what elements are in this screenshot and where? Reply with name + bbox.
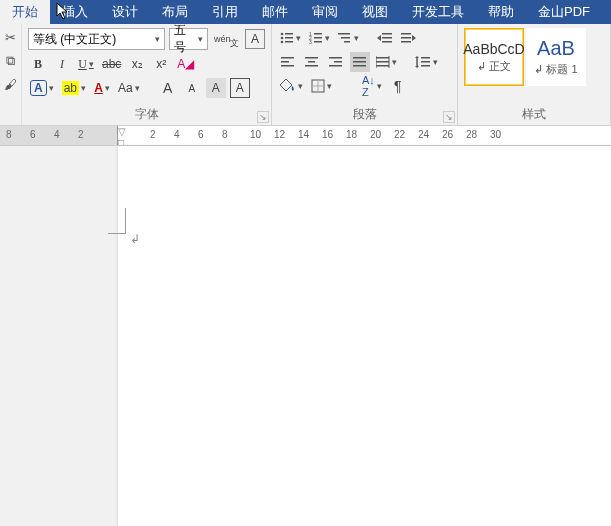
enclose-char-button[interactable]: A — [230, 78, 250, 98]
ribbon-tabs: 开始 插入 设计 布局 引用 邮件 审阅 视图 开发工具 帮助 金山PDF — [0, 0, 611, 24]
svg-rect-7 — [314, 33, 322, 35]
phonetic-guide-button[interactable]: wén文 — [212, 29, 241, 49]
tab-devtools[interactable]: 开发工具 — [400, 0, 476, 24]
svg-rect-24 — [305, 57, 318, 59]
decrease-indent-button[interactable] — [375, 28, 395, 48]
svg-rect-12 — [338, 33, 350, 35]
document-page[interactable] — [118, 146, 611, 526]
style-heading1[interactable]: AaB ↲ 标题 1 — [526, 28, 586, 86]
ruler-tick: 22 — [394, 129, 405, 140]
ruler-tick: 16 — [322, 129, 333, 140]
borders-button[interactable] — [309, 76, 334, 96]
copy-icon[interactable]: ⧉ — [6, 53, 15, 69]
ruler-tick: 2 — [150, 129, 156, 140]
svg-rect-18 — [401, 33, 411, 35]
format-painter-icon[interactable]: 🖌 — [4, 77, 17, 92]
char-shading-button[interactable]: A — [206, 78, 226, 98]
superscript-button[interactable]: x² — [151, 54, 171, 74]
justify-button[interactable] — [350, 52, 370, 72]
svg-rect-29 — [329, 65, 342, 67]
ruler-tick: 12 — [274, 129, 285, 140]
svg-rect-39 — [421, 65, 430, 67]
tab-review[interactable]: 审阅 — [300, 0, 350, 24]
ruler-tick: 14 — [298, 129, 309, 140]
ruler-tick: 6 — [30, 129, 36, 140]
ruler-tick: 6 — [198, 129, 204, 140]
svg-rect-42 — [318, 80, 319, 92]
bullets-button[interactable] — [278, 28, 303, 48]
tab-home[interactable]: 开始 — [0, 0, 50, 24]
svg-rect-9 — [314, 37, 322, 39]
svg-rect-16 — [382, 37, 392, 39]
shrink-font-button[interactable]: A — [182, 78, 202, 98]
distributed-button[interactable] — [374, 52, 399, 72]
font-dialog-launcher[interactable]: ↘ — [257, 111, 269, 123]
align-left-button[interactable] — [278, 52, 298, 72]
font-name-combo[interactable]: 等线 (中文正文) — [28, 28, 165, 50]
sort-button[interactable]: A↓Z — [360, 76, 384, 96]
svg-rect-26 — [305, 65, 318, 67]
change-case-button[interactable]: Aa — [116, 78, 142, 98]
tab-layout[interactable]: 布局 — [150, 0, 200, 24]
line-spacing-button[interactable] — [413, 52, 440, 72]
horizontal-ruler[interactable]: ▽□ 864224681012141618202224262830 — [0, 126, 611, 146]
char-border-toggle[interactable]: A — [245, 29, 265, 49]
clear-format-button[interactable]: A◢ — [175, 54, 196, 74]
svg-rect-27 — [329, 57, 342, 59]
highlight-button[interactable]: ab — [60, 78, 88, 98]
ruler-tick: 8 — [222, 129, 228, 140]
ruler-tick: 18 — [346, 129, 357, 140]
italic-button[interactable]: I — [52, 54, 72, 74]
ruler-tick: 20 — [370, 129, 381, 140]
tab-references[interactable]: 引用 — [200, 0, 250, 24]
svg-rect-3 — [285, 37, 293, 39]
text-effects-button[interactable]: A — [28, 78, 56, 98]
cut-icon[interactable]: ✂ — [5, 30, 16, 45]
tab-design[interactable]: 设计 — [100, 0, 150, 24]
numbering-button[interactable]: 123 — [307, 28, 332, 48]
svg-point-2 — [281, 37, 284, 40]
ribbon: ✂ ⧉ 🖌 等线 (中文正文) 五号 wén文 A B I U abc x₂ x… — [0, 24, 611, 126]
tab-mail[interactable]: 邮件 — [250, 0, 300, 24]
bold-button[interactable]: B — [28, 54, 48, 74]
svg-rect-35 — [376, 65, 389, 67]
svg-rect-13 — [341, 37, 350, 39]
svg-rect-22 — [281, 61, 289, 63]
underline-button[interactable]: U — [76, 54, 96, 74]
increase-indent-button[interactable] — [399, 28, 419, 48]
ruler-tick: 2 — [78, 129, 84, 140]
styles-group-label: 样式 — [464, 104, 604, 123]
style-normal[interactable]: AaBbCcD ↲ 正文 — [464, 28, 524, 86]
align-right-button[interactable] — [326, 52, 346, 72]
subscript-button[interactable]: x₂ — [127, 54, 147, 74]
tab-kingsoft-pdf[interactable]: 金山PDF — [526, 0, 602, 24]
paragraph-dialog-launcher[interactable]: ↘ — [443, 111, 455, 123]
strikethrough-button[interactable]: abc — [100, 54, 123, 74]
tab-view[interactable]: 视图 — [350, 0, 400, 24]
svg-rect-14 — [344, 41, 350, 43]
mouse-cursor-icon — [56, 2, 70, 20]
paragraph-group-label: 段落 — [278, 104, 451, 123]
svg-point-0 — [281, 33, 284, 36]
ruler-tick: 30 — [490, 129, 501, 140]
multilevel-list-button[interactable] — [336, 28, 361, 48]
font-size-combo[interactable]: 五号 — [169, 28, 208, 50]
svg-rect-20 — [401, 41, 411, 43]
ruler-tick: 26 — [442, 129, 453, 140]
font-group-label: 字体 — [28, 104, 265, 123]
ruler-tick: 10 — [250, 129, 261, 140]
show-marks-button[interactable]: ¶ — [388, 76, 408, 96]
ruler-tick: 4 — [174, 129, 180, 140]
svg-rect-33 — [376, 57, 389, 59]
svg-point-4 — [281, 41, 284, 44]
grow-font-button[interactable]: A — [158, 78, 178, 98]
font-color-button[interactable]: A — [92, 78, 112, 98]
align-center-button[interactable] — [302, 52, 322, 72]
svg-rect-31 — [353, 61, 366, 63]
svg-rect-21 — [281, 57, 294, 59]
svg-rect-19 — [401, 37, 411, 39]
indent-marker-icon[interactable]: ▽□ — [118, 126, 126, 146]
shading-button[interactable] — [278, 76, 305, 96]
paragraph-mark-icon: ↲ — [130, 232, 140, 246]
tab-help[interactable]: 帮助 — [476, 0, 526, 24]
